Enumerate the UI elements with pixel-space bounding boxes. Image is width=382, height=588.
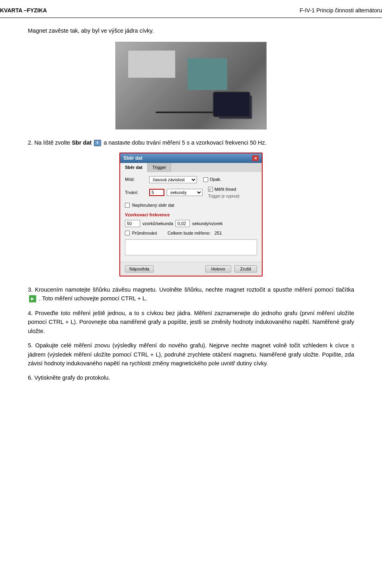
step2-text: 2. Na liště zvolte Sbr dat a nastavte do… [28, 138, 354, 147]
zrusit-button[interactable]: Zrušit [234, 265, 257, 272]
dialog-body: Mód: časová závislost Opak. [120, 172, 262, 262]
nepreruseny-row: Nepřerušený sběr dat [125, 202, 257, 209]
photo-container [28, 42, 354, 129]
play-button-icon [29, 295, 36, 302]
dialog-footer: Nápověda Hotovo Zrušit [120, 262, 262, 276]
intro-text: Magnet zavěste tak, aby byl ve výšce jád… [28, 27, 354, 35]
dialog-titlebar: Sběr dat ✕ [120, 153, 262, 163]
step3-number: 3. [28, 286, 33, 293]
sbr-dat-dialog: Sběr dat ✕ Sběr dat Trigger Mód: časová … [119, 153, 263, 276]
vzork-input2[interactable] [175, 220, 190, 227]
step4-text: 4. Proveďte toto měření ještě jednou, a … [28, 309, 354, 335]
dialog-screenshot: Sběr dat ✕ Sběr dat Trigger Mód: časová … [28, 153, 354, 276]
step5-content: Opakujte celé měření znovu (výsledky měř… [28, 342, 354, 367]
trigger-note: Trigger je vypnutý [208, 193, 240, 199]
vzork-unit: vzorků/sekunda [142, 220, 173, 227]
step3-text2: . Toto měření uchovejte pomocí CTRL + L. [39, 295, 147, 302]
merit-ihned-label: Měřit ihned [214, 186, 236, 193]
prumerovani-row: Průměrování Celkem bude měřeno: 251 [125, 230, 257, 237]
prumerovani-checkbox[interactable] [125, 231, 130, 235]
photo-device-box [128, 50, 175, 78]
sbr-dat-label: Sbr dat [72, 139, 92, 146]
merit-ihned-checkbox[interactable] [208, 187, 213, 192]
sbr-dat-icon [94, 140, 101, 146]
opak-checkbox[interactable] [203, 177, 208, 182]
opak-label: Opak. [210, 176, 221, 183]
step6-content-text: Vytiskněte grafy do protokolu. [34, 374, 110, 381]
dialog-tab-sbr[interactable]: Sběr dat [120, 163, 148, 172]
step6-text: 6. Vytiskněte grafy do protokolu. [28, 373, 354, 382]
mod-row: Mód: časová závislost Opak. [125, 176, 257, 183]
step3-text1: Kroucením namotejte šňůrku závěsu magnet… [35, 286, 354, 293]
celkem-label: Celkem bude měřeno: [168, 230, 210, 237]
page-header: KVARTA –FYZIKA F-IV-1 Princip činnosti a… [0, 0, 382, 18]
step2-number: 2. [28, 139, 33, 146]
header-left: KVARTA –FYZIKA [0, 7, 47, 14]
step2-text2: a nastavte dobu trvání měření 5 s a vzor… [103, 139, 266, 146]
trvani-unit-select[interactable]: sekundy [167, 189, 203, 196]
vzork-input[interactable] [125, 220, 140, 227]
dialog-close-button[interactable]: ✕ [252, 155, 259, 161]
dialog-textarea [125, 239, 257, 255]
step3-text: 3. Kroucením namotejte šňůrku závěsu mag… [28, 285, 354, 303]
trvani-label: Trvání: [125, 189, 147, 196]
dialog-tabs: Sběr dat Trigger [120, 163, 262, 172]
napoveda-button[interactable]: Nápověda [125, 265, 154, 272]
vzork-row: vzorků/sekunda sekundy/vzorek [125, 220, 257, 227]
vzork-unit2: sekundy/vzorek [192, 220, 222, 227]
celkem-value: 251 [214, 230, 222, 237]
prumerovani-label: Průměrování [132, 230, 157, 237]
step2-text1: Na liště zvolte [34, 139, 72, 146]
photo-teal-object [187, 58, 227, 90]
hotovo-button[interactable]: Hotovo [205, 265, 231, 272]
trvani-input[interactable] [149, 189, 164, 196]
step6-number: 6. [28, 374, 33, 381]
experiment-photo [115, 42, 267, 129]
photo-cable [156, 112, 235, 113]
header-right: F-IV-1 Princip činnosti alternátoru [300, 7, 382, 14]
opak-row: Opak. [203, 176, 221, 183]
mod-select[interactable]: časová závislost [149, 176, 197, 183]
nepreruseny-checkbox[interactable] [125, 203, 130, 208]
vzork-title: Vzorkovací frekvence [125, 212, 257, 218]
dialog-title: Sběr dat [123, 155, 142, 162]
dialog-tab-trigger[interactable]: Trigger [148, 163, 171, 172]
trvani-row: Trvání: sekundy Měřit ihned Trigger je v… [125, 186, 257, 200]
step4-content: Proveďte toto měření ještě jednou, a to … [28, 310, 354, 334]
merit-ihned-row: Měřit ihned [208, 186, 240, 193]
step5-text: 5. Opakujte celé měření znovu (výsledky … [28, 341, 354, 368]
step5-number: 5. [28, 342, 33, 349]
nepreruseny-label: Nepřerušený sběr dat [132, 202, 174, 209]
step4-number: 4. [28, 310, 33, 316]
mod-label: Mód: [125, 176, 147, 183]
photo-meter [218, 95, 252, 119]
